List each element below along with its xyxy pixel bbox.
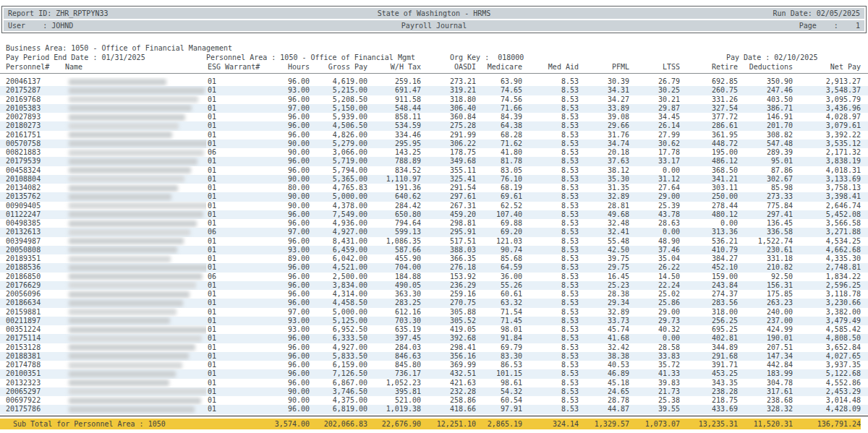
redacted-name	[69, 229, 190, 236]
cell-hours: 93.00	[248, 317, 310, 325]
cell-name	[61, 175, 206, 184]
cell-name	[61, 343, 206, 352]
table-row: 201003510196.007,126.50736.17432.51101.1…	[0, 369, 868, 378]
cell-oasdi: 421.63	[421, 379, 476, 387]
pay-date: Pay Date : 02/10/2025	[726, 53, 817, 62]
cell-wh-tax: 1,110.97	[367, 175, 421, 184]
cell-oasdi: 291.99	[421, 131, 476, 140]
cell-name	[61, 317, 206, 325]
subtotal-row: Sub Total for Personnel Area : 1050 3,57…	[0, 419, 861, 429]
cell-deductions: 289.39	[738, 148, 793, 157]
cell-net-pay: 3,758.13	[793, 184, 861, 192]
cell-deductions: 403.50	[738, 95, 793, 104]
cell-oasdi: 356.16	[421, 352, 476, 361]
cell-pfml: 55.48	[579, 237, 629, 246]
cell-oasdi: 319.21	[421, 86, 476, 95]
cell-wh-tax: 587.66	[367, 246, 421, 254]
cell-hours: 90.00	[248, 396, 310, 405]
cell-name	[61, 379, 206, 387]
cell-pfml: 32.89	[579, 308, 629, 317]
cell-esg-warrant: 01	[206, 352, 248, 361]
cell-pfml: 33.89	[579, 104, 629, 113]
cell-ltss: 28.63	[629, 219, 680, 228]
cell-esg-warrant: 01	[206, 166, 248, 175]
cell-personnel-number: 20159881	[0, 308, 61, 317]
cell-oasdi: 369.99	[421, 361, 476, 369]
cell-ltss: 35.04	[629, 254, 680, 263]
table-row: 201866340196.004,458.50283.25270.7563.32…	[0, 299, 868, 307]
cell-personnel-number: 20179539	[0, 157, 61, 166]
cell-deductions: 146.91	[738, 113, 793, 121]
table-row: 201617510196.004,826.00334.46291.9968.28…	[0, 131, 868, 140]
cell-pfml: 35.30	[579, 175, 629, 184]
cell-med-aid: 8.53	[522, 343, 579, 352]
cell-wh-tax: 845.80	[367, 361, 421, 369]
cell-ltss: 25.86	[629, 299, 680, 307]
cell-retire: 343.35	[680, 379, 738, 387]
cell-deductions: 175.85	[738, 290, 793, 299]
cell-name	[61, 86, 206, 95]
cell-hours: 96.00	[248, 379, 310, 387]
cell-retire: 391.71	[680, 361, 738, 369]
cell-personnel-number: 00909405	[0, 202, 61, 210]
cell-ltss: 39.55	[629, 405, 680, 413]
cell-retire: 402.81	[680, 334, 738, 343]
cell-pfml: 29.34	[579, 299, 629, 307]
cell-deductions: 442.84	[738, 361, 793, 369]
cell-deductions: 85.98	[738, 184, 793, 192]
cell-med-aid: 8.53	[522, 369, 579, 378]
cell-net-pay: 2,646.74	[793, 202, 861, 210]
cell-esg-warrant: 01	[206, 237, 248, 246]
cell-gross-pay: 5,000.00	[310, 192, 367, 201]
cell-pfml: 44.87	[579, 405, 629, 413]
cell-medicare: 54.32	[476, 387, 522, 396]
cell-med-aid: 8.53	[522, 405, 579, 413]
col-header-wh-tax: W/H Tax	[367, 62, 421, 72]
cell-net-pay: 3,838.19	[793, 157, 861, 166]
cell-gross-pay: 4,314.00	[310, 290, 367, 299]
cell-oasdi: 298.41	[421, 343, 476, 352]
cell-esg-warrant: 01	[206, 361, 248, 369]
cell-net-pay: 1,834.22	[793, 273, 861, 281]
cell-retire: 238.28	[680, 387, 738, 396]
cell-net-pay: 3,014.48	[793, 396, 861, 405]
redacted-name	[69, 105, 192, 111]
cell-deductions: 308.82	[738, 131, 793, 140]
cell-ltss: 29.00	[629, 192, 680, 201]
cell-name	[61, 308, 206, 317]
cell-wh-tax: 599.13	[367, 228, 421, 236]
cell-deductions: 190.01	[738, 334, 793, 343]
cell-med-aid: 8.53	[522, 131, 579, 140]
cell-ltss: 30.62	[629, 140, 680, 148]
cell-medicare: 69.79	[476, 343, 522, 352]
redacted-name	[69, 238, 184, 244]
cell-med-aid: 8.53	[522, 148, 579, 157]
subtotal-oasdi: 12,251.10	[421, 419, 476, 429]
cell-deductions: 183.99	[738, 369, 793, 378]
cell-name	[61, 219, 206, 228]
report-header-line-2: User : JOHND Payroll Journal Page : 1	[4, 20, 864, 31]
table-row: 004983850196.004,936.00794.64298.8169.88…	[0, 219, 868, 228]
table-row: 201326130697.004,927.00599.13295.9169.20…	[0, 228, 868, 236]
cell-deductions: 302.67	[738, 175, 793, 184]
cell-medicare: 69.61	[476, 192, 522, 201]
cell-gross-pay: 5,719.00	[310, 157, 367, 166]
cell-esg-warrant: 01	[206, 157, 248, 166]
cell-med-aid: 8.53	[522, 202, 579, 210]
cell-med-aid: 8.53	[522, 140, 579, 148]
cell-pfml: 32.41	[579, 228, 629, 236]
cell-ltss: 25.02	[629, 290, 680, 299]
cell-oasdi: 360.84	[421, 113, 476, 121]
cell-esg-warrant: 01	[206, 254, 248, 263]
cell-gross-pay: 7,549.00	[310, 210, 367, 219]
cell-hours: 96.00	[248, 77, 310, 86]
cell-pfml: 29.66	[579, 121, 629, 130]
cell-personnel-number: 20175114	[0, 334, 61, 343]
cell-ltss: 41.33	[629, 369, 680, 378]
cell-gross-pay: 4,506.50	[310, 121, 367, 130]
cell-esg-warrant: 01	[206, 104, 248, 113]
cell-name	[61, 210, 206, 219]
cell-retire: 283.56	[680, 299, 738, 307]
cell-retire: 286.61	[680, 121, 738, 130]
cell-pfml: 28.78	[579, 396, 629, 405]
